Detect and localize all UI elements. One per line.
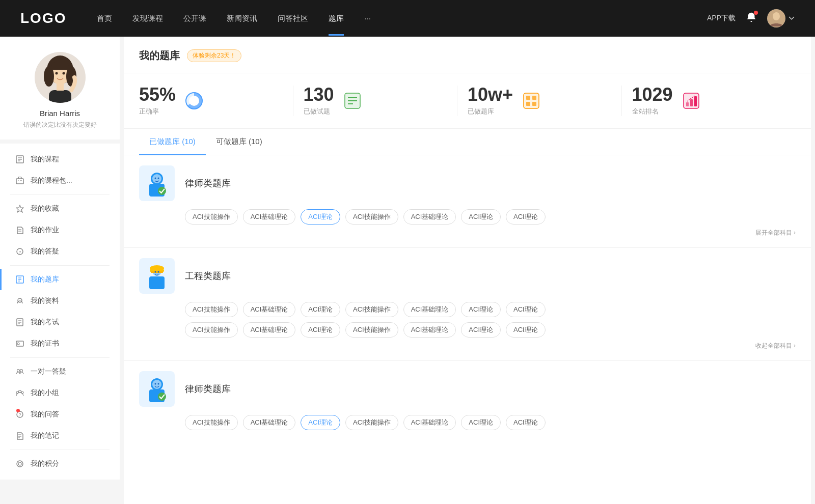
tag-3-2[interactable]: ACI基础理论 [243, 415, 296, 430]
nav-link-open[interactable]: 公开课 [183, 14, 206, 23]
tag-2-2-5[interactable]: ACI基础理论 [403, 322, 456, 338]
sidebar-item-files[interactable]: 我的资料 [0, 290, 120, 312]
svg-point-75 [155, 271, 156, 272]
sidebar-item-exam[interactable]: 我的考试 [0, 312, 120, 333]
qbank-tags-3: ACI技能操作 ACI基础理论 ACI理论 ACI技能操作 ACI基础理论 AC… [185, 415, 796, 430]
top-nav: LOGO 首页 发现课程 公开课 新闻资讯 问答社区 题库 ··· APP下载 [0, 0, 815, 37]
qbank-expand-1[interactable]: 展开全部科目 › [139, 225, 796, 237]
tag-1-6[interactable]: ACI理论 [461, 209, 501, 225]
sidebar-divider-2 [10, 265, 110, 266]
tag-3-4[interactable]: ACI技能操作 [345, 415, 398, 430]
svg-rect-70 [149, 276, 165, 289]
sidebar-item-cert[interactable]: 我的证书 [0, 333, 120, 354]
main-layout: Brian Harris 错误的决定比没有决定要好 我的课程 [0, 37, 815, 504]
sidebar-item-favorites[interactable]: 我的收藏 [0, 198, 120, 219]
sidebar-item-group[interactable]: 我的小组 [0, 382, 120, 404]
rank-icon [681, 91, 701, 111]
tag-3-3[interactable]: ACI理论 [301, 415, 340, 430]
sidebar-item-package[interactable]: 我的课程包... [0, 170, 120, 191]
tag-1-3[interactable]: ACI理论 [301, 209, 340, 225]
tabs-row: 已做题库 (10) 可做题库 (10) [124, 129, 811, 155]
sidebar-label-points: 我的积分 [31, 459, 59, 468]
tag-1-1[interactable]: ACI技能操作 [185, 209, 238, 225]
qbank-title-3: 律师类题库 [185, 383, 231, 395]
nav-link-news[interactable]: 新闻资讯 [227, 14, 257, 23]
note-icon [15, 431, 24, 440]
tag-2-2-4[interactable]: ACI技能操作 [345, 322, 398, 338]
qbank-section-1: 律师类题库 ACI技能操作 ACI基础理论 ACI理论 ACI技能操作 ACI基… [124, 155, 811, 248]
stat-rank-value: 1029 [632, 86, 673, 104]
notification-bell[interactable] [746, 12, 757, 25]
qbank-icon-lawyer-1 [139, 165, 175, 201]
file-icon [15, 296, 24, 305]
tag-2-2-1[interactable]: ACI技能操作 [185, 322, 238, 338]
qbank-expand-2[interactable]: 收起全部科目 › [139, 338, 796, 350]
svg-rect-63 [694, 96, 697, 106]
nav-logo[interactable]: LOGO [20, 10, 66, 26]
tag-1-4[interactable]: ACI技能操作 [345, 209, 398, 225]
svg-rect-56 [532, 96, 536, 100]
tag-2-1-1[interactable]: ACI技能操作 [185, 302, 238, 317]
app-download-link[interactable]: APP下载 [707, 14, 736, 23]
qbank-tags-2-row2: ACI技能操作 ACI基础理论 ACI理论 ACI技能操作 ACI基础理论 AC… [185, 322, 796, 338]
svg-rect-74 [151, 271, 163, 273]
course-icon [15, 155, 24, 164]
sidebar-item-course[interactable]: 我的课程 [0, 149, 120, 170]
tag-3-1[interactable]: ACI技能操作 [185, 415, 238, 430]
grid-icon [521, 91, 541, 111]
svg-point-34 [17, 370, 20, 372]
user-avatar-wrap[interactable] [767, 9, 795, 27]
svg-rect-62 [690, 99, 693, 106]
nav-link-qa[interactable]: 问答社区 [278, 14, 308, 23]
tag-1-7[interactable]: ACI理论 [506, 209, 546, 225]
qbank-icon-engineer [139, 258, 175, 294]
sidebar-item-qa[interactable]: ? 我的答疑 [0, 241, 120, 262]
nav-link-qbank[interactable]: 题库 [329, 14, 344, 23]
sidebar-item-oneonone[interactable]: 一对一答疑 [0, 361, 120, 382]
sidebar-item-homework[interactable]: 我的作业 [0, 219, 120, 241]
sidebar-item-points[interactable]: 我的积分 [0, 453, 120, 474]
tag-2-2-6[interactable]: ACI理论 [461, 322, 501, 338]
qbank-header-1: 律师类题库 [139, 165, 796, 201]
sidebar-label-files: 我的资料 [31, 296, 59, 305]
stat-done-banks: 10w+ 已做题库 [468, 86, 622, 116]
tab-available[interactable]: 可做题库 (10) [206, 129, 273, 155]
sidebar-item-qbank[interactable]: 我的题库 [0, 269, 120, 290]
tag-1-5[interactable]: ACI基础理论 [403, 209, 456, 225]
nav-link-home[interactable]: 首页 [97, 14, 112, 23]
stat-accuracy-label: 正确率 [139, 107, 176, 116]
sidebar-label-notes: 我的笔记 [31, 431, 59, 440]
nav-link-more[interactable]: ··· [364, 14, 371, 23]
tag-2-1-7[interactable]: ACI理论 [506, 302, 546, 317]
stat-done-questions: 130 已做试题 [304, 86, 458, 116]
qa-icon: ? [15, 247, 24, 256]
sidebar-label-qbank: 我的题库 [31, 275, 59, 284]
tag-3-7[interactable]: ACI理论 [506, 415, 546, 430]
tag-2-1-4[interactable]: ACI技能操作 [345, 302, 398, 317]
svg-point-80 [155, 383, 156, 384]
svg-marker-18 [16, 205, 23, 212]
tab-done[interactable]: 已做题库 (10) [139, 129, 206, 155]
svg-point-10 [62, 72, 65, 75]
tag-2-2-7[interactable]: ACI理论 [506, 322, 546, 338]
qbank-section-2: 工程类题库 ACI技能操作 ACI基础理论 ACI理论 ACI技能操作 ACI基… [124, 248, 811, 361]
tag-2-1-6[interactable]: ACI理论 [461, 302, 501, 317]
svg-point-47 [189, 96, 199, 106]
tag-2-2-3[interactable]: ACI理论 [301, 322, 340, 338]
sidebar-item-questions[interactable]: ? 我的问答 [0, 404, 120, 425]
sidebar-label-favorites: 我的收藏 [31, 204, 59, 213]
svg-rect-57 [526, 102, 530, 106]
tag-3-6[interactable]: ACI理论 [461, 415, 501, 430]
svg-rect-8 [57, 83, 64, 91]
tag-2-1-2[interactable]: ACI基础理论 [243, 302, 296, 317]
nav-link-discover[interactable]: 发现课程 [132, 14, 163, 23]
tag-2-1-5[interactable]: ACI基础理论 [403, 302, 456, 317]
score-icon [15, 459, 24, 468]
tag-2-1-3[interactable]: ACI理论 [301, 302, 340, 317]
tag-3-5[interactable]: ACI基础理论 [403, 415, 456, 430]
tag-2-2-2[interactable]: ACI基础理论 [243, 322, 296, 338]
qbank-icon [15, 275, 24, 284]
tag-1-2[interactable]: ACI基础理论 [243, 209, 296, 225]
svg-point-9 [55, 72, 58, 75]
sidebar-item-notes[interactable]: 我的笔记 [0, 425, 120, 446]
